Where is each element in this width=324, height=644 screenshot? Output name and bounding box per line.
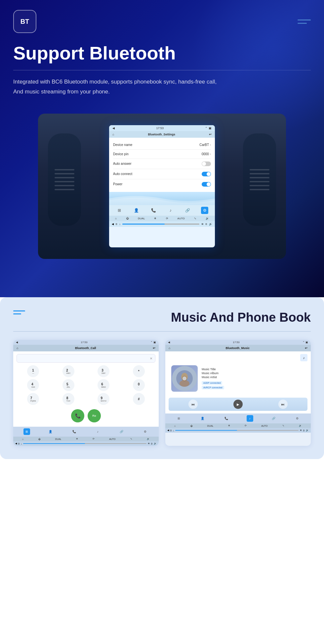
clear-icon[interactable]: ✕ xyxy=(150,357,152,360)
call-temp-slider[interactable] xyxy=(23,443,146,444)
grid-icon[interactable]: ⊞ xyxy=(116,207,123,214)
call-music-icon[interactable]: ♪ xyxy=(95,428,101,435)
call-link-icon[interactable]: 🔗 xyxy=(118,428,125,435)
music-person-icon[interactable]: 👤 xyxy=(199,415,206,422)
call-home-icon: ⌂ xyxy=(17,346,18,350)
volume-icon[interactable]: 🔊 xyxy=(206,217,209,220)
dial-key-hash[interactable]: # xyxy=(133,393,145,405)
call-settings-icon[interactable]: ⚙ xyxy=(142,428,148,435)
music-title-text: Music Title xyxy=(202,368,225,371)
redial-button[interactable]: Re xyxy=(88,409,101,422)
dial-key-star[interactable]: * xyxy=(133,365,145,377)
link-icon[interactable]: 🔗 xyxy=(184,207,191,214)
play-button[interactable]: ▶ xyxy=(233,400,243,409)
call-bottom-icons: ⊞ 👤 📞 ♪ 🔗 ⚙ xyxy=(13,427,159,437)
c-recycle[interactable]: ⟳ xyxy=(93,438,95,440)
m-auto: AUTO xyxy=(261,425,267,427)
music-settings-icon[interactable]: ⚙ xyxy=(294,415,301,422)
snowflake-icon[interactable]: ❄ xyxy=(154,217,156,220)
car-dashboard: ◀ 17:53 ⌃ ▣ ⌂ Bluetooth_Settings ↩ Devic… xyxy=(38,114,286,259)
device-name-value: CarBT xyxy=(199,143,209,147)
person-icon[interactable]: 👤 xyxy=(133,207,140,214)
dial-key-8[interactable]: 8TUV xyxy=(62,393,74,405)
dial-key-6[interactable]: 6MNO xyxy=(98,379,109,391)
call-phone-icon[interactable]: 📞 xyxy=(71,428,77,435)
c-home[interactable]: ⌂ xyxy=(22,438,23,440)
auto-connect-toggle[interactable] xyxy=(202,172,211,176)
auto-answer-row: Auto answer xyxy=(113,159,211,169)
music-note-icon-2[interactable]: ♪ xyxy=(247,415,253,422)
music-album-text: Music Album xyxy=(202,372,225,375)
m-home[interactable]: ⌂ xyxy=(174,425,176,427)
svg-point-0 xyxy=(172,366,197,391)
car-image-area: ◀ 17:53 ⌃ ▣ ⌂ Bluetooth_Settings ↩ Devic… xyxy=(13,107,311,266)
call-time: 17:53 xyxy=(81,341,87,344)
music-slider-bar: ◀ 0 ↓ ≋ 0 🔊 xyxy=(165,428,311,433)
music-note-icon[interactable]: ♪ xyxy=(300,354,307,361)
dial-key-0[interactable]: 0- xyxy=(133,379,145,391)
music-menu-icon[interactable] xyxy=(13,310,25,314)
music-icon[interactable]: ♪ xyxy=(167,207,174,214)
m-snow[interactable]: ❄ xyxy=(228,424,230,427)
music-artist-text: Music Artist xyxy=(202,376,225,379)
call-person-icon[interactable]: 👤 xyxy=(47,428,54,435)
album-art xyxy=(171,365,198,392)
recycle-icon[interactable]: ⟳ xyxy=(166,217,168,220)
phone-icon[interactable]: 📞 xyxy=(150,207,157,214)
dial-key-2[interactable]: 2ABC xyxy=(62,365,74,377)
call-grid-icon[interactable]: ⊞ xyxy=(23,428,30,435)
c-vol[interactable]: 🔊 xyxy=(147,438,150,440)
svg-point-3 xyxy=(183,377,186,380)
m-power[interactable]: ⏻ xyxy=(190,425,193,427)
dial-key-5[interactable]: 5JKL xyxy=(62,379,74,391)
device-name-row: Device name CarBT › xyxy=(113,140,211,150)
c-power[interactable]: ⏻ xyxy=(38,438,41,440)
car-vent-right xyxy=(243,133,276,226)
car-screen: ◀ 17:53 ⌃ ▣ ⌂ Bluetooth_Settings ↩ Devic… xyxy=(109,125,215,247)
svg-point-5 xyxy=(180,380,189,387)
home-ctrl-icon[interactable]: ⌂ xyxy=(115,217,117,220)
music-temp-slider[interactable] xyxy=(175,430,299,431)
avrcp-badge: AVRCP connected xyxy=(202,386,224,389)
dial-key-9[interactable]: 9WXYZ xyxy=(98,393,109,405)
screen-nav-bar: ⌂ Bluetooth_Settings ↩ xyxy=(109,131,215,138)
dial-key-1[interactable]: 1— xyxy=(27,365,39,377)
prev-track-button[interactable]: ⏮ xyxy=(188,400,198,409)
music-link-icon[interactable]: 🔗 xyxy=(270,415,277,422)
status-icons: ⌃ ▣ xyxy=(205,126,212,130)
screen-bottom-icons: ⊞ 👤 📞 ♪ 🔗 ⚙ xyxy=(109,205,215,216)
fan-icon[interactable]: ⤡ xyxy=(194,217,196,220)
settings-icon[interactable]: ⚙ xyxy=(201,207,208,214)
m-recycle[interactable]: ⟳ xyxy=(245,424,247,427)
music-section-title: Music And Phone Book xyxy=(171,310,311,325)
auto-connect-row: Auto connect xyxy=(113,169,211,179)
m-fan[interactable]: ⤡ xyxy=(282,424,284,427)
device-pin-row: Device pin 0000 › xyxy=(113,150,211,159)
music-screen-title: Bluetooth_Music xyxy=(225,346,250,350)
auto-answer-toggle[interactable] xyxy=(202,161,211,166)
screen-slider-bar: ◀ 0 ↓ ≋ 0 🔊 xyxy=(109,221,215,227)
power-ctrl-icon[interactable]: ⏻ xyxy=(126,217,129,220)
c-fan[interactable]: ⤡ xyxy=(130,438,132,440)
music-phone-icon[interactable]: 📞 xyxy=(223,415,229,422)
screen-control-bar: ⌂ ⏻ DUAL ❄ ⟳ AUTO ⤡ 🔊 xyxy=(109,216,215,221)
power-toggle[interactable] xyxy=(202,182,211,187)
dial-key-3[interactable]: 3DEF xyxy=(98,365,109,377)
c-snow[interactable]: ❄ xyxy=(76,438,78,440)
m-vol[interactable]: 🔊 xyxy=(299,424,302,427)
music-grid-icon[interactable]: ⊞ xyxy=(176,415,182,422)
dialpad-grid: 1— 2ABC 3DEF * 4GHI 5JKL 6MNO 0- 7PQRS 8… xyxy=(17,365,155,405)
call-screen: ◀ 17:53 ⌃ ▣ ⌂ Bluetooth_Call ↩ ✕ 1— xyxy=(13,340,159,446)
device-pin-value: 0000 xyxy=(202,152,209,156)
music-divider xyxy=(13,331,311,332)
call-screen-title: Bluetooth_Call xyxy=(75,346,96,350)
next-track-button[interactable]: ⏭ xyxy=(278,400,288,409)
menu-button[interactable] xyxy=(298,19,311,24)
call-button[interactable]: 📞 xyxy=(71,409,84,422)
dialpad-input[interactable]: ✕ xyxy=(17,354,155,363)
hero-section: BT Support Bluetooth Integrated with BC6… xyxy=(0,0,324,297)
dial-key-4[interactable]: 4GHI xyxy=(27,379,39,391)
temp-slider[interactable] xyxy=(122,224,199,225)
dial-key-7[interactable]: 7PQRS xyxy=(27,393,39,405)
call-nav-bar: ⌂ Bluetooth_Call ↩ xyxy=(13,345,159,351)
